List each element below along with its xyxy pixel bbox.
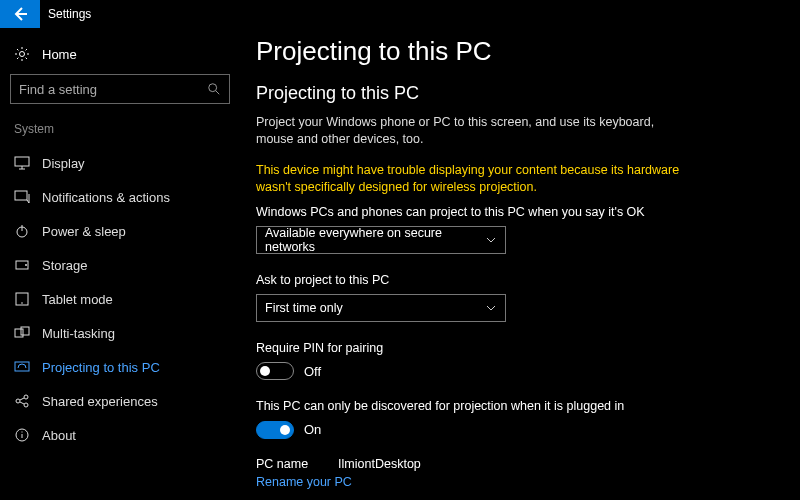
rename-link[interactable]: Rename your PC — [256, 475, 776, 489]
nav-label: About — [42, 428, 76, 443]
page-title: Projecting to this PC — [256, 36, 776, 67]
sidebar-item-shared[interactable]: Shared experiences — [10, 384, 230, 418]
chevron-down-icon — [485, 302, 497, 314]
setting4-state: On — [304, 422, 321, 437]
nav-label: Tablet mode — [42, 292, 113, 307]
info-icon — [14, 427, 30, 443]
sidebar-item-tablet[interactable]: Tablet mode — [10, 282, 230, 316]
sidebar-item-about[interactable]: About — [10, 418, 230, 452]
setting3-label: Require PIN for pairing — [256, 340, 676, 356]
svg-point-12 — [16, 399, 20, 403]
svg-point-1 — [209, 84, 217, 92]
svg-point-6 — [25, 264, 27, 266]
sidebar-item-power[interactable]: Power & sleep — [10, 214, 230, 248]
search-field[interactable] — [19, 82, 207, 97]
search-icon — [207, 82, 221, 96]
setting3-toggle[interactable] — [256, 362, 294, 380]
sidebar-item-storage[interactable]: Storage — [10, 248, 230, 282]
setting2-label: Ask to project to this PC — [256, 272, 676, 288]
tablet-icon — [14, 291, 30, 307]
pcname-label: PC name — [256, 457, 308, 471]
svg-rect-10 — [21, 327, 29, 335]
sidebar: Home System Display Notifications & acti… — [0, 28, 240, 500]
svg-rect-2 — [15, 157, 29, 166]
intro-text: Project your Windows phone or PC to this… — [256, 114, 676, 148]
gear-icon — [14, 46, 30, 62]
svg-point-0 — [20, 52, 25, 57]
nav-label: Display — [42, 156, 85, 171]
svg-point-13 — [24, 395, 28, 399]
sidebar-item-multitasking[interactable]: Multi-tasking — [10, 316, 230, 350]
setting4-label: This PC can only be discovered for proje… — [256, 398, 676, 414]
home-label: Home — [42, 47, 77, 62]
arrow-left-icon — [12, 6, 28, 22]
shared-icon — [14, 393, 30, 409]
setting3-state: Off — [304, 364, 321, 379]
setting1-select[interactable]: Available everywhere on secure networks — [256, 226, 506, 254]
svg-rect-9 — [15, 329, 23, 337]
search-input[interactable] — [10, 74, 230, 104]
section-label: System — [14, 122, 230, 136]
select-value: First time only — [265, 301, 343, 315]
home-button[interactable]: Home — [10, 40, 230, 74]
warning-text: This device might have trouble displayin… — [256, 162, 706, 196]
sidebar-item-notifications[interactable]: Notifications & actions — [10, 180, 230, 214]
svg-point-8 — [21, 302, 23, 304]
power-icon — [14, 223, 30, 239]
chevron-down-icon — [485, 234, 497, 246]
nav-label: Notifications & actions — [42, 190, 170, 205]
nav-label: Projecting to this PC — [42, 360, 160, 375]
svg-rect-3 — [15, 191, 27, 200]
projecting-icon — [14, 359, 30, 375]
notifications-icon — [14, 189, 30, 205]
nav-label: Power & sleep — [42, 224, 126, 239]
sidebar-item-projecting[interactable]: Projecting to this PC — [10, 350, 230, 384]
setting1-label: Windows PCs and phones can project to th… — [256, 204, 676, 220]
nav-list: Display Notifications & actions Power & … — [10, 146, 230, 452]
content-area: Projecting to this PC Projecting to this… — [240, 28, 800, 500]
titlebar: Settings — [0, 0, 800, 28]
setting2-select[interactable]: First time only — [256, 294, 506, 322]
sidebar-item-display[interactable]: Display — [10, 146, 230, 180]
setting4-toggle[interactable] — [256, 421, 294, 439]
svg-rect-11 — [15, 362, 29, 371]
svg-point-14 — [24, 403, 28, 407]
nav-label: Storage — [42, 258, 88, 273]
display-icon — [14, 155, 30, 171]
nav-label: Multi-tasking — [42, 326, 115, 341]
select-value: Available everywhere on secure networks — [265, 226, 485, 254]
app-title: Settings — [48, 7, 91, 21]
multitasking-icon — [14, 325, 30, 341]
back-button[interactable] — [0, 0, 40, 28]
storage-icon — [14, 257, 30, 273]
nav-label: Shared experiences — [42, 394, 158, 409]
pcname-value: IlmiontDesktop — [338, 457, 421, 471]
section-subtitle: Projecting to this PC — [256, 83, 776, 104]
